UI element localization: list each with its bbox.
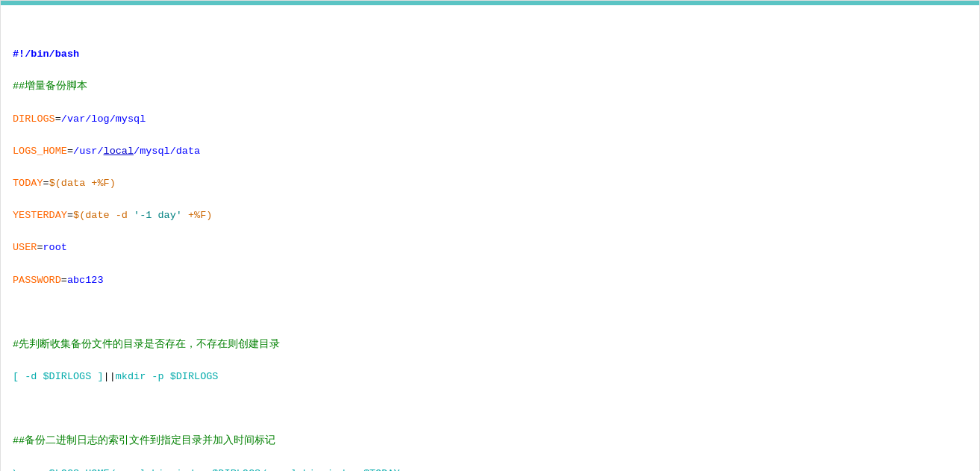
line-blank1 (13, 305, 967, 321)
line-shebang: #!/bin/bash (13, 46, 967, 63)
line-today: TODAY=$(data +%F) (13, 175, 967, 192)
line-blank2 (13, 401, 967, 417)
line-dirlogs: DIRLOGS=/var/log/mysql (13, 111, 967, 128)
code-block: #!/bin/bash ##增量备份脚本 DIRLOGS=/var/log/my… (1, 5, 979, 471)
line-user: USER=root (13, 240, 967, 256)
line-comment3: ##备份二进制日志的索引文件到指定目录并加入时间标记 (13, 433, 967, 449)
line-mkdir: [ -d $DIRLOGS ]||mkdir -p $DIRLOGS (13, 369, 967, 385)
line-comment1: ##增量备份脚本 (13, 78, 967, 95)
line-yesterday: YESTERDAY=$(date -d '-1 day' +%F) (13, 208, 967, 224)
line-logs-home: LOGS_HOME=/usr/local/mysql/data (13, 143, 967, 160)
line-cp: \cp $LOGS_HOME/mysql_bin.index $DIRLOGS/… (13, 466, 967, 471)
line-comment2: #先判断收集备份文件的目录是否存在，不存在则创建目录 (13, 337, 967, 353)
line-password: PASSWORD=abc123 (13, 272, 967, 289)
code-container: #!/bin/bash ##增量备份脚本 DIRLOGS=/var/log/my… (0, 0, 980, 471)
